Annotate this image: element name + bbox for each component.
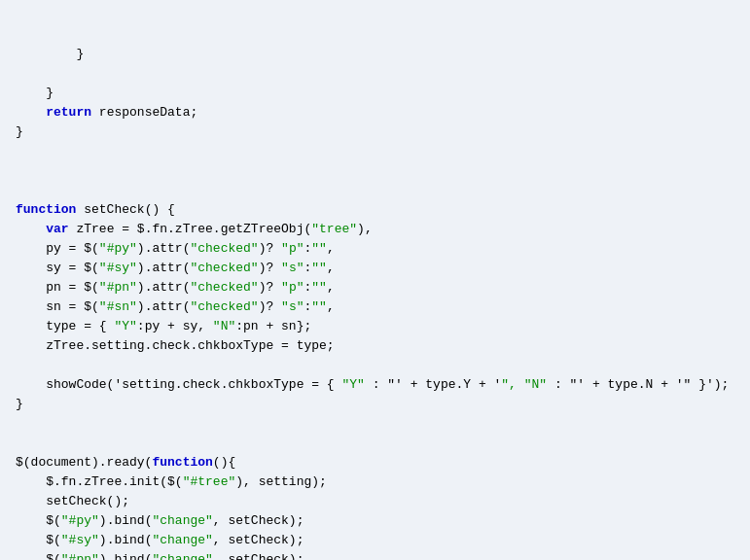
code-token: ).attr( xyxy=(137,280,191,295)
code-token: zTree.setting.check.chkboxType = type; xyxy=(16,338,335,353)
code-token: : "' + type.N + '" }'); xyxy=(547,377,729,392)
code-token: )? xyxy=(259,280,281,295)
code-lines: } } return responseData;} function setCh… xyxy=(0,0,750,560)
code-line-23: $.fn.zTree.init($("#tree"), setting); xyxy=(0,472,750,492)
code-token: ).attr( xyxy=(137,299,191,314)
code-token: "change" xyxy=(152,513,212,528)
code-token: } xyxy=(16,397,23,411)
code-token: ).attr( xyxy=(137,241,191,256)
code-line-8 xyxy=(0,181,750,200)
code-token: , xyxy=(327,280,335,295)
code-token: "s" xyxy=(281,261,304,275)
code-token: $(document).ready( xyxy=(16,455,152,470)
code-line-18: showCode('setting.check.chkboxType = { "… xyxy=(0,375,750,395)
code-token: "change" xyxy=(152,552,212,560)
code-line-2 xyxy=(0,64,750,84)
code-token: setCheck(); xyxy=(16,494,129,508)
code-token: ), setting); xyxy=(235,474,327,489)
code-token: "p" xyxy=(281,280,304,295)
code-token: :pn + sn}; xyxy=(235,319,311,333)
code-token: "p" xyxy=(281,241,304,256)
code-line-20 xyxy=(0,414,750,434)
code-line-27: $("#pn").bind("change", setCheck); xyxy=(0,550,750,560)
code-token: "checked" xyxy=(190,280,258,295)
code-token: "#py" xyxy=(61,513,99,528)
code-token: return xyxy=(46,105,91,120)
code-editor: } } return responseData;} function setCh… xyxy=(0,0,750,560)
code-token: setCheck xyxy=(84,202,144,217)
code-token: zTree = $.fn.zTree.getZTreeObj( xyxy=(69,222,312,236)
code-token: ).bind( xyxy=(99,552,153,560)
code-token: () { xyxy=(145,202,175,217)
code-line-11: py = $("#py").attr("checked")? "p":"", xyxy=(0,239,750,259)
code-token: "#sn" xyxy=(99,299,137,314)
code-token: "#py" xyxy=(99,241,137,256)
code-token: )? xyxy=(259,241,281,256)
code-token: "checked" xyxy=(190,261,258,275)
code-token: "#tree" xyxy=(183,474,236,489)
code-token: "N" xyxy=(524,377,547,392)
code-token: ).attr( xyxy=(137,261,191,275)
code-token: , setCheck); xyxy=(213,533,304,547)
code-token: pn = $( xyxy=(16,280,99,295)
code-token: function xyxy=(16,202,84,217)
code-token: ).bind( xyxy=(99,533,153,547)
code-line-24: setCheck(); xyxy=(0,492,750,511)
code-token: showCode('setting.check.chkboxType = { xyxy=(16,377,341,392)
code-token: $( xyxy=(16,552,61,560)
code-token: "#sy" xyxy=(61,533,99,547)
code-token: "" xyxy=(311,241,327,256)
code-token: "N" xyxy=(213,319,235,333)
code-line-9: function setCheck() { xyxy=(0,200,750,220)
code-line-17 xyxy=(0,356,750,375)
code-token: "#pn" xyxy=(99,280,137,295)
code-token: :py + sy, xyxy=(137,319,213,333)
code-token: "checked" xyxy=(190,299,258,314)
code-token: , xyxy=(327,241,335,256)
code-line-5: } xyxy=(0,122,750,142)
code-token: "" xyxy=(311,280,327,295)
code-token: function xyxy=(152,455,212,470)
code-line-12: sy = $("#sy").attr("checked")? "s":"", xyxy=(0,259,750,278)
code-token: $( xyxy=(16,513,61,528)
code-token: "Y" xyxy=(341,377,364,392)
code-token: responseData; xyxy=(91,105,197,120)
code-token: ), xyxy=(357,222,373,236)
code-token: "" xyxy=(311,299,327,314)
code-token: } xyxy=(16,47,84,61)
code-token: (){ xyxy=(213,455,235,470)
code-line-15: type = { "Y":py + sy, "N":pn + sn}; xyxy=(0,317,750,336)
code-token: $.fn.zTree.init($( xyxy=(16,474,183,489)
code-token: } xyxy=(16,86,54,100)
code-token: , xyxy=(327,299,335,314)
code-line-19: } xyxy=(0,395,750,414)
code-token: type = { xyxy=(16,319,114,333)
code-line-3: } xyxy=(0,84,750,103)
code-line-21 xyxy=(0,434,750,453)
code-token: )? xyxy=(259,261,281,275)
code-token: ).bind( xyxy=(99,513,153,528)
code-token: } xyxy=(16,124,23,139)
code-line-6 xyxy=(0,142,750,161)
code-token: , xyxy=(327,261,335,275)
code-line-1: } xyxy=(0,45,750,64)
code-token: "Y" xyxy=(114,319,136,333)
code-line-13: pn = $("#pn").attr("checked")? "p":"", xyxy=(0,278,750,298)
code-token: "" xyxy=(311,261,327,275)
code-token: , setCheck); xyxy=(213,513,304,528)
code-token: , setCheck); xyxy=(213,552,304,560)
code-token: var xyxy=(46,222,68,236)
code-token: "#pn" xyxy=(61,552,99,560)
code-line-7 xyxy=(0,161,750,181)
code-line-16: zTree.setting.check.chkboxType = type; xyxy=(0,336,750,356)
code-token xyxy=(16,222,46,236)
code-token: "s" xyxy=(281,299,304,314)
code-token: sn = $( xyxy=(16,299,99,314)
code-line-26: $("#sy").bind("change", setCheck); xyxy=(0,531,750,550)
code-token: ", xyxy=(501,377,523,392)
code-token: "checked" xyxy=(190,241,258,256)
code-line-14: sn = $("#sn").attr("checked")? "s":"", xyxy=(0,298,750,317)
code-token: py = $( xyxy=(16,241,99,256)
code-token: : "' + type.Y + ' xyxy=(365,377,501,392)
code-token xyxy=(16,105,46,120)
